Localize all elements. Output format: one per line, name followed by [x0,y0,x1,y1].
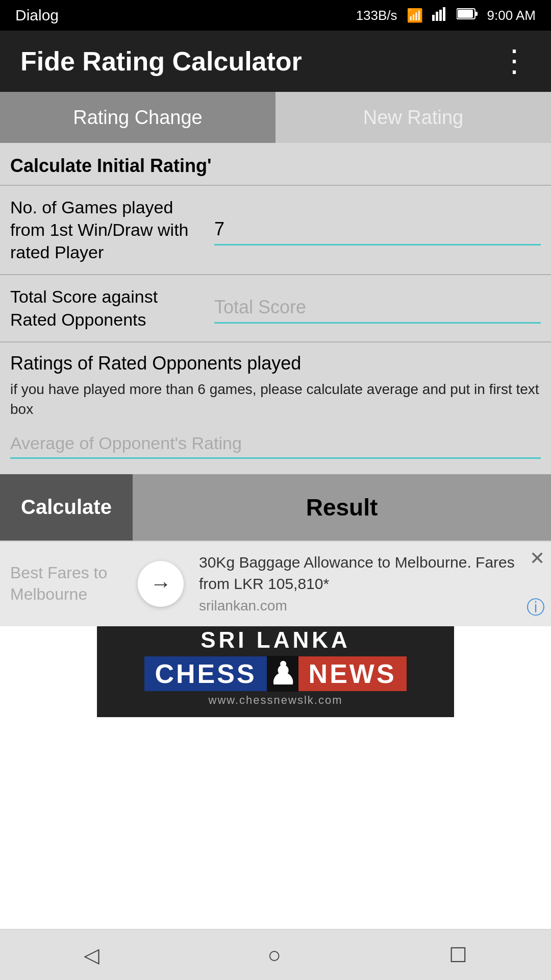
section-header: Calculate Initial Rating' [0,143,551,185]
ad-main-text: 30Kg Baggage Allowance to Melbourne. Far… [199,552,541,616]
svg-rect-2 [439,10,442,21]
average-rating-input[interactable] [10,429,541,459]
app-title: Fide Rating Calculator [20,46,302,77]
calculate-button[interactable]: Calculate [0,474,133,541]
chess-url: www.chessnewslk.com [117,694,434,707]
signal-icon [432,7,447,24]
ad-banner: Best Fares to Melbourne → 30Kg Baggage A… [0,541,551,626]
ad-arrow-icon: → [150,572,171,596]
ad-site: srilankan.com [199,598,287,614]
section-title: Calculate Initial Rating' [10,155,212,176]
games-played-input[interactable] [214,214,541,246]
total-score-row: Total Score against Rated Opponents [0,275,551,341]
total-score-input[interactable] [214,292,541,324]
network-speed: 133B/s [356,8,397,23]
recents-button[interactable]: ☐ [429,938,488,972]
home-button[interactable]: ○ [247,937,302,973]
svg-rect-0 [432,15,435,21]
svg-rect-3 [443,7,445,21]
app-bar: Fide Rating Calculator ⋮ [0,31,551,92]
chess-banner-top: SRI LANKA [117,627,434,653]
svg-rect-6 [458,10,473,18]
chess-word-news: NEWS [298,656,407,691]
wifi-icon: 📶 [407,8,423,23]
status-bar: Dialog 133B/s 📶 9:00 AM [0,0,551,31]
games-played-label: No. of Games played from 1st Win/Draw wi… [10,196,204,264]
ratings-title: Ratings of Rated Opponents played [10,353,541,374]
ratings-note: if you have played more than 6 games, pl… [10,379,541,419]
tab-bar: Rating Change New Rating [0,92,551,143]
ratings-section: Ratings of Rated Opponents played if you… [0,342,551,464]
action-row: Calculate Result [0,474,551,541]
back-button[interactable]: ◁ [63,938,120,972]
games-played-row: No. of Games played from 1st Win/Draw wi… [0,186,551,274]
chess-word-chess: CHESS [144,656,266,691]
menu-button[interactable]: ⋮ [499,46,531,77]
main-content: Calculate Initial Rating' No. of Games p… [0,143,551,708]
time-display: 9:00 AM [487,8,536,23]
tab-rating-change[interactable]: Rating Change [0,92,276,143]
tab-new-rating[interactable]: New Rating [276,92,551,143]
ad-arrow-circle[interactable]: → [138,561,184,607]
svg-rect-5 [475,12,478,16]
battery-icon [457,7,478,24]
app-name-status: Dialog [15,7,59,24]
chess-news-banner: SRI LANKA CHESS ♟ NEWS www.chessnewslk.c… [0,626,551,708]
ad-text-left: Best Fares to Melbourne [10,562,122,605]
svg-rect-1 [436,12,438,21]
ad-info-button[interactable]: ⓘ [527,595,545,620]
total-score-label: Total Score against Rated Opponents [10,285,204,330]
nav-bar: ◁ ○ ☐ [0,929,551,980]
result-label: Result [133,494,551,521]
ad-close-button[interactable]: ✕ [530,548,545,569]
